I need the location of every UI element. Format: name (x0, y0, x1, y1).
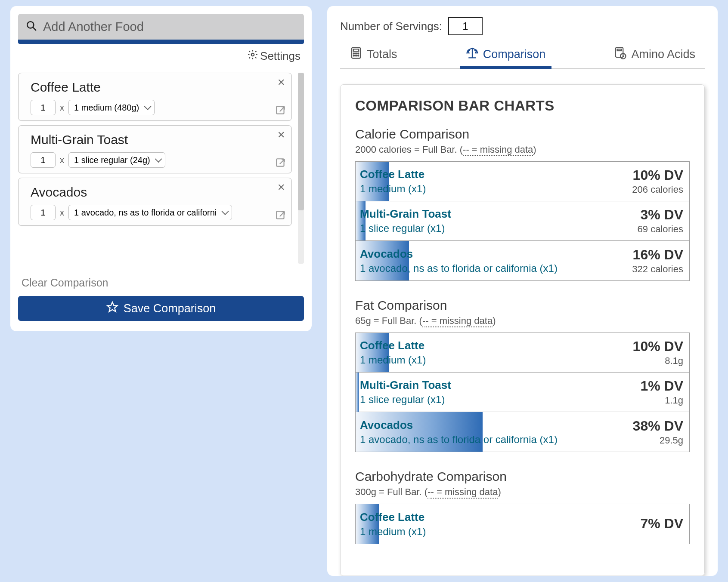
svg-line-1 (33, 27, 36, 31)
food-card: ✕ Coffee Latte x 1 medium (480g) (18, 73, 292, 121)
chart-value: 29.5g (660, 435, 683, 446)
settings-label: Settings (260, 49, 300, 63)
food-card-title: Multi-Grain Toast (31, 132, 284, 147)
quantity-input[interactable] (31, 205, 56, 220)
clear-comparison-button[interactable]: Clear Comparison (18, 275, 304, 291)
missing-data-note: -- = missing data (463, 144, 533, 156)
svg-rect-16 (617, 49, 622, 51)
chart-food-name: Coffee Latte (360, 168, 426, 181)
chart-row: Multi-Grain Toast 1 slice regular (x1) 1… (356, 373, 689, 412)
chart-row: Avocados 1 avocado, ns as to florida or … (356, 241, 689, 280)
left-panel: Settings ✕ Coffee Latte x 1 medium (480g… (10, 6, 312, 331)
search-underline (18, 40, 304, 44)
chart-dv: 10% DV (633, 167, 683, 183)
settings-button[interactable]: Settings (247, 49, 300, 63)
chart-row: Coffee Latte 1 medium (x1) 10% DV 206 ca… (356, 162, 689, 201)
chart-food-name: Avocados (360, 247, 558, 261)
qty-multiplier: x (60, 103, 64, 113)
serving-select[interactable]: 1 avocado, ns as to florida or californi… (68, 205, 232, 220)
quantity-input[interactable] (31, 152, 56, 168)
chart-dv: 16% DV (633, 247, 683, 263)
serving-select[interactable]: 1 medium (480g) (68, 100, 155, 115)
chart-value: 1.1g (665, 395, 683, 406)
svg-point-13 (356, 55, 357, 56)
save-comparison-button[interactable]: Save Comparison (18, 296, 304, 321)
svg-rect-3 (276, 106, 284, 114)
servings-row: Number of Servings: (340, 17, 705, 35)
chart-row: Coffee Latte 1 medium (x1) 10% DV 8.1g (356, 333, 689, 373)
chart-food-serving: 1 medium (x1) (360, 354, 426, 366)
chart-dv: 3% DV (640, 207, 683, 223)
chart-value: 206 calories (632, 184, 683, 195)
chart-row: Multi-Grain Toast 1 slice regular (x1) 3… (356, 201, 689, 241)
chart-section-calorie: Calorie Comparison 2000 calories = Full … (355, 127, 690, 281)
svg-marker-6 (107, 302, 117, 311)
tab-label: Amino Acids (631, 48, 695, 61)
tab-totals[interactable]: Totals (344, 42, 403, 68)
tab-comparison[interactable]: Comparison (460, 42, 552, 68)
chart-section-fat: Fat Comparison 65g = Full Bar. (-- = mis… (355, 298, 690, 452)
chart-section-carbohydrate: Carbohydrate Comparison 300g = Full Bar.… (355, 469, 690, 544)
servings-input[interactable] (448, 17, 483, 35)
open-external-icon[interactable] (275, 105, 286, 116)
tabs: Totals Comparison Amino Acids (340, 42, 705, 69)
svg-point-9 (353, 53, 355, 54)
food-card-row: x 1 avocado, ns as to florida or califor… (31, 205, 284, 220)
charts-title: COMPARISON BAR CHARTS (355, 98, 690, 114)
close-icon[interactable]: ✕ (276, 77, 286, 88)
chart-food-name: Coffee Latte (360, 511, 426, 524)
chart-section-subtitle: 300g = Full Bar. (-- = missing data) (355, 487, 690, 498)
food-card-row: x 1 medium (480g) (31, 100, 284, 115)
missing-data-note: -- = missing data (428, 487, 498, 499)
chart-food-serving: 1 medium (x1) (360, 526, 426, 538)
food-list: ✕ Coffee Latte x 1 medium (480g) ✕ (18, 73, 304, 264)
save-label: Save Comparison (124, 302, 216, 315)
qty-multiplier: x (60, 155, 64, 165)
search-input[interactable] (43, 20, 296, 34)
food-card-row: x 1 slice regular (24g) (31, 152, 284, 168)
svg-point-12 (353, 55, 355, 56)
clock-calculator-icon (614, 46, 627, 62)
svg-point-2 (251, 53, 254, 56)
servings-label: Number of Servings: (340, 20, 442, 33)
gear-icon (247, 49, 258, 63)
scrollbar-thumb[interactable] (298, 73, 304, 210)
tab-label: Totals (367, 48, 397, 61)
missing-data-note: -- = missing data (422, 315, 493, 327)
chart-dv: 1% DV (640, 378, 683, 394)
serving-select[interactable]: 1 slice regular (24g) (68, 152, 165, 168)
open-external-icon[interactable] (275, 210, 286, 221)
svg-point-11 (358, 53, 359, 54)
food-card: ✕ Multi-Grain Toast x 1 slice regular (2… (18, 125, 292, 173)
settings-row: Settings (18, 46, 304, 73)
svg-rect-5 (276, 211, 284, 219)
chart-section-subtitle: 65g = Full Bar. (-- = missing data) (355, 315, 690, 326)
food-card: ✕ Avocados x 1 avocado, ns as to florida… (18, 178, 292, 226)
svg-point-0 (27, 22, 34, 28)
close-icon[interactable]: ✕ (276, 130, 286, 140)
chart-section-title: Calorie Comparison (355, 127, 690, 142)
svg-point-14 (358, 55, 359, 56)
search-bar (18, 14, 304, 40)
svg-point-10 (356, 53, 357, 54)
svg-rect-4 (276, 159, 284, 166)
chart-food-serving: 1 slice regular (x1) (360, 222, 451, 234)
qty-multiplier: x (60, 208, 64, 218)
tab-amino-acids[interactable]: Amino Acids (608, 42, 701, 68)
chart-value: 322 calories (632, 264, 683, 275)
chart-dv: 10% DV (633, 339, 683, 354)
open-external-icon[interactable] (275, 157, 286, 169)
scrollbar[interactable] (298, 73, 304, 264)
chart-value: 8.1g (665, 355, 683, 366)
close-icon[interactable]: ✕ (276, 182, 286, 193)
quantity-input[interactable] (31, 100, 56, 115)
scale-icon (466, 46, 479, 62)
chart-rows: Coffee Latte 1 medium (x1) 10% DV 206 ca… (355, 161, 690, 281)
chart-row: Avocados 1 avocado, ns as to florida or … (356, 412, 689, 452)
chart-food-serving: 1 medium (x1) (360, 183, 426, 195)
chart-food-serving: 1 avocado, ns as to florida or californi… (360, 262, 558, 274)
chart-section-title: Carbohydrate Comparison (355, 469, 690, 484)
chart-dv: 7% DV (640, 516, 683, 532)
chart-rows: Coffee Latte 1 medium (x1) 10% DV 8.1g M… (355, 333, 690, 452)
chart-food-name: Multi-Grain Toast (360, 207, 451, 221)
